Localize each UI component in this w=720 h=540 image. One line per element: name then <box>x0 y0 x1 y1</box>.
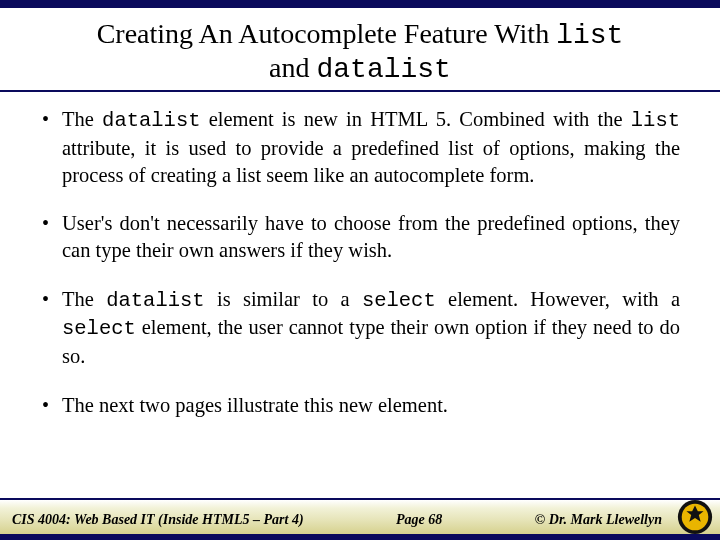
bullet-text: element is new in HTML 5. Combined with … <box>201 108 631 130</box>
title-code-1: list <box>556 20 623 51</box>
bullet-code: datalist <box>102 109 200 132</box>
bullet-code: select <box>362 289 436 312</box>
bullet-text: element. However, with a <box>436 288 680 310</box>
bullet-item: The datalist is similar to a select elem… <box>40 286 680 370</box>
slide-content: The datalist element is new in HTML 5. C… <box>0 92 720 418</box>
bullet-text: attribute, it is used to provide a prede… <box>62 137 680 186</box>
title-text-1: Creating An Autocomplete Feature With <box>97 18 556 49</box>
slide-title-area: Creating An Autocomplete Feature With li… <box>0 8 720 92</box>
footer-course: CIS 4004: Web Based IT (Inside HTML5 – P… <box>12 512 304 528</box>
bullet-list: The datalist element is new in HTML 5. C… <box>40 106 680 418</box>
bullet-text: The <box>62 288 106 310</box>
bullet-text: The <box>62 108 102 130</box>
bullet-item: User's don't necessarily have to choose … <box>40 210 680 263</box>
top-accent-bar <box>0 0 720 8</box>
footer-page: Page 68 <box>304 512 535 528</box>
title-text-2: and <box>269 52 316 83</box>
slide-title: Creating An Autocomplete Feature With li… <box>40 18 680 86</box>
slide-footer: CIS 4004: Web Based IT (Inside HTML5 – P… <box>0 498 720 540</box>
bullet-text: is similar to a <box>205 288 362 310</box>
bullet-text: element, the user cannot type their own … <box>62 316 680 367</box>
bullet-item: The next two pages illustrate this new e… <box>40 392 680 419</box>
bullet-code: list <box>631 109 680 132</box>
bullet-code: select <box>62 317 136 340</box>
bullet-text: The next two pages illustrate this new e… <box>62 394 448 416</box>
bullet-text: User's don't necessarily have to choose … <box>62 212 680 261</box>
bullet-item: The datalist element is new in HTML 5. C… <box>40 106 680 188</box>
bullet-code: datalist <box>106 289 204 312</box>
footer-author: © Dr. Mark Llewellyn <box>535 512 662 528</box>
title-code-2: datalist <box>317 54 451 85</box>
ucf-logo-icon <box>676 498 714 536</box>
